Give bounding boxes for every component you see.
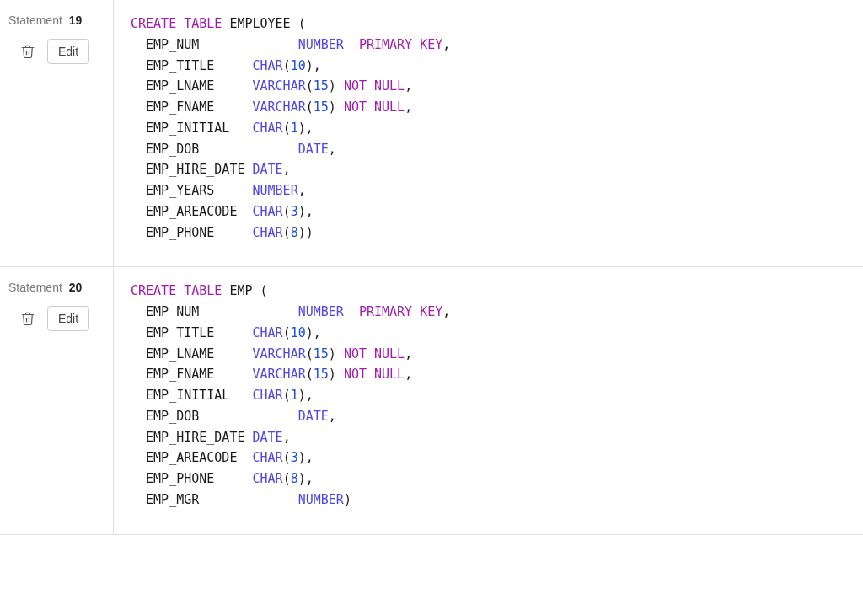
code-token: , xyxy=(283,430,291,445)
code-token: NULL xyxy=(374,367,405,382)
code-token: ( xyxy=(306,346,314,362)
code-token: EMP_INITIAL xyxy=(146,388,229,403)
code-token: EMP xyxy=(229,283,252,298)
statement-label: Statement xyxy=(8,281,62,294)
code-token: CHAR xyxy=(253,325,283,340)
trash-icon[interactable] xyxy=(20,310,35,327)
code-token: ( xyxy=(298,16,306,31)
code-token: ) xyxy=(329,99,336,115)
code-token: ) xyxy=(298,450,306,465)
statement-actions: Edit xyxy=(20,39,105,64)
edit-button[interactable]: Edit xyxy=(47,39,89,64)
code-token: ) xyxy=(329,78,336,94)
code-token: EMP_YEARS xyxy=(146,183,214,198)
code-token: ) xyxy=(306,325,314,340)
code-token: 8 xyxy=(291,225,298,240)
code-token: , xyxy=(329,142,336,157)
code-token: DATE xyxy=(298,409,329,424)
code-token: ) xyxy=(298,121,306,136)
code-token: DATE xyxy=(298,142,329,157)
code-token: ) xyxy=(298,471,306,486)
code-token: , xyxy=(405,346,412,362)
code-token: EMP_NUM xyxy=(146,37,199,52)
code-token: EMP_TITLE xyxy=(146,325,214,340)
code-token: EMP_HIRE_DATE xyxy=(146,430,244,445)
statement-number: 19 xyxy=(69,13,83,27)
code-token: KEY xyxy=(420,304,442,319)
code-token: 10 xyxy=(291,58,306,73)
code-token: , xyxy=(298,183,306,198)
code-token: EMP_LNAME xyxy=(146,78,214,94)
code-token: EMP_LNAME xyxy=(146,346,214,362)
statement-header: Statement19 xyxy=(8,13,105,27)
code-token: ) xyxy=(306,225,314,240)
code-token: 8 xyxy=(291,471,298,486)
code-token: DATE xyxy=(253,430,283,445)
code-token: NULL xyxy=(374,78,405,94)
statement-header: Statement20 xyxy=(8,281,105,294)
sql-code[interactable]: CREATE TABLE EMPLOYEE ( EMP_NUM NUMBER P… xyxy=(131,13,846,243)
code-token: NOT xyxy=(344,367,367,382)
code-token: EMP_PHONE xyxy=(146,225,214,240)
code-token: TABLE xyxy=(184,283,222,298)
code-token: NULL xyxy=(374,99,405,115)
code-token: ( xyxy=(283,121,291,136)
code-token: KEY xyxy=(420,37,442,52)
code-token: ( xyxy=(306,367,314,382)
code-token: , xyxy=(306,388,314,403)
code-token: CHAR xyxy=(253,58,283,73)
code-token: 15 xyxy=(314,346,329,362)
code-token: EMP_TITLE xyxy=(146,58,214,73)
code-token: ( xyxy=(283,471,291,486)
code-token: 3 xyxy=(291,204,298,219)
code-token: , xyxy=(405,78,412,94)
code-token: ( xyxy=(283,204,291,219)
code-token: VARCHAR xyxy=(253,346,306,362)
code-token: EMP_PHONE xyxy=(146,471,214,486)
statements-container: Statement19EditCREATE TABLE EMPLOYEE ( E… xyxy=(0,0,863,535)
code-token: 1 xyxy=(291,121,298,136)
code-token: DATE xyxy=(253,162,283,177)
code-token: 15 xyxy=(314,78,329,94)
code-token: VARCHAR xyxy=(253,78,306,94)
code-area: CREATE TABLE EMPLOYEE ( EMP_NUM NUMBER P… xyxy=(114,0,863,266)
code-token: NOT xyxy=(344,99,367,115)
code-token: 1 xyxy=(291,388,298,403)
statement-block: Statement20EditCREATE TABLE EMP ( EMP_NU… xyxy=(0,267,863,534)
code-token: NULL xyxy=(374,346,405,362)
code-token: CREATE xyxy=(131,16,176,31)
code-token: 15 xyxy=(314,99,329,115)
code-token: ( xyxy=(283,225,291,240)
code-token: ( xyxy=(283,450,291,465)
trash-icon[interactable] xyxy=(20,43,35,60)
sql-code[interactable]: CREATE TABLE EMP ( EMP_NUM NUMBER PRIMAR… xyxy=(131,281,846,510)
statement-actions: Edit xyxy=(20,306,105,331)
code-token: EMP_MGR xyxy=(146,492,199,507)
statement-sidebar: Statement19Edit xyxy=(0,0,114,266)
statement-block: Statement19EditCREATE TABLE EMPLOYEE ( E… xyxy=(0,0,863,267)
statement-number: 20 xyxy=(69,281,83,294)
code-token: ( xyxy=(283,325,291,340)
code-token: , xyxy=(329,409,336,424)
code-token: EMP_FNAME xyxy=(146,367,214,382)
code-token: NUMBER xyxy=(298,37,344,52)
code-token: EMP_HIRE_DATE xyxy=(146,162,244,177)
code-token: NOT xyxy=(344,78,367,94)
code-token: , xyxy=(314,58,321,73)
edit-button[interactable]: Edit xyxy=(47,306,89,331)
code-token: PRIMARY xyxy=(359,37,412,52)
code-token: NOT xyxy=(344,346,367,362)
code-token: , xyxy=(306,121,314,136)
code-token: ) xyxy=(298,225,306,240)
code-token: ( xyxy=(306,78,314,94)
code-token: TABLE xyxy=(184,16,222,31)
code-token: CHAR xyxy=(253,471,283,486)
code-token: EMP_INITIAL xyxy=(146,121,229,136)
code-token: VARCHAR xyxy=(253,99,306,115)
code-token: EMP_AREACODE xyxy=(146,204,237,219)
code-token: EMP_DOB xyxy=(146,409,199,424)
code-token: CREATE xyxy=(131,283,176,298)
code-token: , xyxy=(405,99,412,115)
code-token: , xyxy=(314,325,321,340)
code-token: , xyxy=(306,204,314,219)
